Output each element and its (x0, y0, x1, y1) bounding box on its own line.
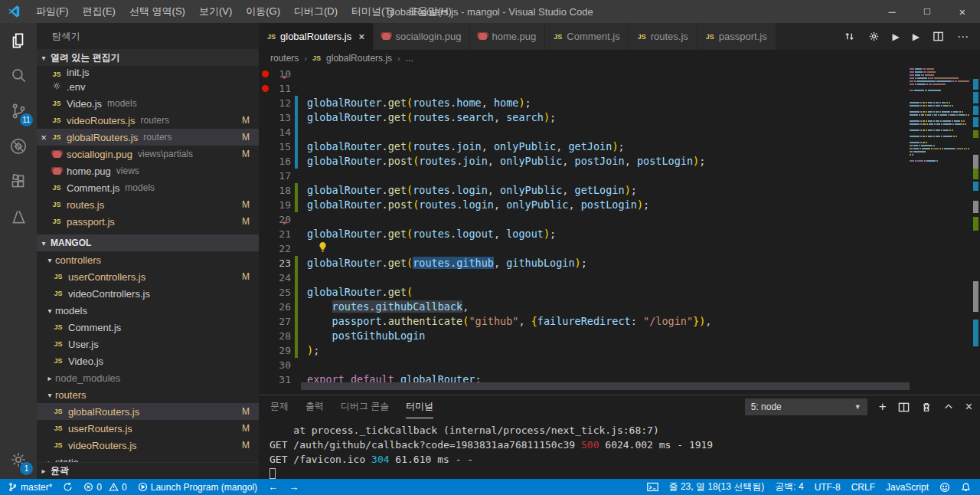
tree-item[interactable]: JSuserRouters.jsM (37, 420, 259, 437)
source-control-icon[interactable]: 11 (0, 93, 37, 129)
code-line[interactable]: 26 routes.githubCallback, (259, 300, 980, 314)
search-icon[interactable] (0, 58, 37, 93)
code-line[interactable]: 22 (259, 241, 980, 256)
tree-item[interactable]: ▾models (37, 302, 259, 319)
close-tab-icon[interactable]: × (358, 31, 364, 43)
code-line[interactable]: 16globalRouter.post(routes.join, onlyPub… (259, 154, 980, 169)
tree-item[interactable]: ▾routers (37, 386, 259, 403)
tree-item[interactable]: JSglobalRouters.jsM (37, 403, 259, 420)
tree-item[interactable]: JSUser.js (37, 336, 259, 352)
problems-item[interactable]: 0 0 (78, 479, 132, 495)
maximize-button[interactable]: ☐ (910, 0, 945, 23)
tree-item[interactable]: JSvideoControllers.js (37, 285, 259, 302)
code-line[interactable]: 29); (259, 343, 980, 358)
azure-icon[interactable] (0, 199, 37, 234)
open-editor-item[interactable]: .env (37, 78, 259, 95)
breakpoint-icon[interactable] (262, 85, 269, 92)
panel-tab[interactable]: 디버그 콘솔 (341, 395, 389, 418)
kill-terminal-icon[interactable] (921, 402, 932, 413)
sync-item[interactable] (57, 479, 78, 495)
tree-item[interactable]: JSVideo.js (37, 352, 259, 369)
maximize-panel-icon[interactable] (943, 402, 954, 412)
open-editor-item[interactable]: home.pugviews (37, 162, 259, 179)
editor-tab[interactable]: JSComment.js (545, 23, 629, 50)
menu-item[interactable]: 디버그(D) (287, 0, 345, 23)
open-editor-item[interactable]: JSroutes.jsM (37, 196, 259, 213)
tree-item[interactable]: ▾controllers (37, 251, 259, 268)
extensions-icon[interactable] (0, 164, 37, 199)
run-icon[interactable]: ▶ (893, 31, 900, 42)
open-editors-header[interactable]: ▾ 열려 있는 편집기 (37, 49, 259, 66)
cursor-position-item[interactable]: 줄 23, 열 18(13 선택됨) (664, 479, 770, 495)
open-editor-item[interactable]: JSinit.js (37, 66, 259, 78)
run-code-icon[interactable]: ▶ (913, 31, 920, 42)
code-line[interactable]: 19globalRouter.post(routes.login, onlyPu… (259, 198, 980, 212)
code-line[interactable]: 11 (259, 81, 980, 96)
code-line[interactable]: 20▶ (259, 212, 980, 227)
tree-item[interactable]: JSvideoRouters.jsM (37, 437, 259, 454)
editor-tab[interactable]: JSroutes.js (629, 23, 697, 50)
editor-tab[interactable]: sociallogin.pug (374, 23, 470, 50)
terminal-status-item[interactable] (642, 479, 664, 495)
nav-back-item[interactable]: ← (263, 479, 283, 495)
code-line[interactable]: 17 (259, 169, 980, 183)
launch-item[interactable]: Launch Program (mangol) (132, 479, 263, 495)
editor-tab[interactable]: home.pug (470, 23, 545, 50)
open-editor-item[interactable]: sociallogin.pugviews\partialsM (37, 146, 259, 162)
terminal-output[interactable]: at process._tickCallback (internal/proce… (259, 418, 980, 481)
editor-tab[interactable]: JSglobalRouters.js× (259, 23, 374, 50)
code-line[interactable]: 10▶ (259, 67, 980, 81)
code-line[interactable]: 14 (259, 125, 980, 139)
code-line[interactable]: 30 (259, 358, 980, 372)
terminal-select[interactable]: 5: node ▼ (745, 398, 867, 415)
code-line[interactable]: 27 passport.authenticate("github", {fail… (259, 314, 980, 329)
horizontal-scrollbar[interactable] (301, 382, 910, 390)
sync-changes-icon[interactable] (844, 31, 855, 42)
code-editor[interactable]: 10▶1112globalRouter.get(routes.home, hom… (259, 67, 980, 395)
menu-item[interactable]: 이동(G) (239, 0, 287, 23)
code-line[interactable]: 15globalRouter.get(routes.join, onlyPubl… (259, 139, 980, 154)
close-panel-icon[interactable]: × (965, 400, 972, 414)
code-line[interactable]: 13globalRouter.get(routes.search, search… (259, 110, 980, 125)
code-line[interactable]: 25globalRouter.get( (259, 285, 980, 300)
debug-icon[interactable] (0, 129, 37, 164)
eol-item[interactable]: CRLF (846, 479, 880, 495)
breakpoint-icon[interactable] (262, 70, 269, 77)
open-editor-item[interactable]: JSvideoRouters.jsroutersM (37, 112, 259, 129)
tree-item[interactable]: ▸node_modules (37, 369, 259, 386)
open-editor-item[interactable]: JSpassport.jsM (37, 213, 259, 230)
nav-forward-item[interactable]: → (283, 479, 304, 495)
notifications-item[interactable] (956, 479, 980, 495)
split-editor-icon[interactable] (933, 31, 944, 42)
tree-item[interactable]: JSuserControllers.jsM (37, 268, 259, 285)
open-editor-item[interactable]: JSComment.jsmodels (37, 179, 259, 196)
indentation-item[interactable]: 공백: 4 (769, 479, 808, 495)
more-actions-icon[interactable]: ⋯ (957, 30, 969, 44)
menu-item[interactable]: 보기(V) (192, 0, 239, 23)
code-line[interactable]: 28 postGithubLogin (259, 329, 980, 343)
panel-tab[interactable]: 출력 (305, 395, 324, 418)
menu-item[interactable]: 파일(F) (29, 0, 76, 23)
split-terminal-icon[interactable] (898, 402, 910, 413)
minimize-button[interactable]: ─ (874, 0, 910, 23)
open-editor-item[interactable]: JSVideo.jsmodels (37, 95, 259, 112)
git-branch-item[interactable]: master* (0, 479, 57, 495)
breadcrumb[interactable]: routers › JS globalRouters.js › ... (259, 50, 910, 67)
manage-gear-icon[interactable]: 1 (0, 442, 37, 477)
project-header[interactable]: ▾ MANGOL (37, 234, 259, 251)
code-line[interactable]: 18globalRouter.get(routes.login, onlyPub… (259, 183, 980, 198)
language-mode-item[interactable]: JavaScript (880, 479, 934, 495)
panel-tab[interactable]: 문제 (270, 395, 289, 418)
editor-tab[interactable]: JSpassport.js (697, 23, 776, 50)
encoding-item[interactable]: UTF-8 (809, 479, 846, 495)
code-line[interactable]: 21globalRouter.get(routes.logout, logout… (259, 227, 980, 241)
code-line[interactable]: 23globalRouter.get(routes.github, github… (259, 256, 980, 270)
lightbulb-icon[interactable] (318, 241, 328, 253)
tree-item[interactable]: JSComment.js (37, 319, 259, 336)
menu-item[interactable]: 선택 영역(S) (122, 0, 192, 23)
outline-header[interactable]: ▸ 윤곽 (37, 462, 259, 479)
explorer-icon[interactable] (0, 23, 37, 58)
open-editor-item[interactable]: ×JSglobalRouters.jsroutersM (37, 129, 259, 146)
code-line[interactable]: 24 (259, 270, 980, 285)
settings-gear-icon[interactable] (868, 31, 880, 42)
